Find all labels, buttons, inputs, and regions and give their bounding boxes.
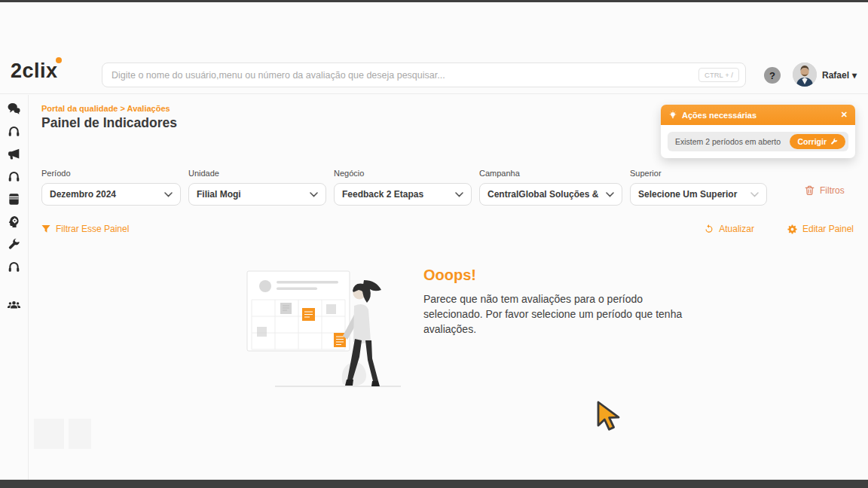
page-title: Painel de Indicadores — [41, 115, 177, 131]
empty-state-title: Ooops! — [423, 267, 683, 284]
user-name: Rafael — [822, 70, 849, 81]
actions-needed-title: Ações necessárias — [682, 111, 836, 120]
campanha-value: CentralGlobal Soluções & F — [487, 189, 601, 200]
open-periods-item: Existem 2 períodos em aberto Corrigir — [668, 132, 848, 151]
filter-unidade: Unidade Filial Mogi — [188, 169, 326, 206]
refresh-label: Atualizar — [719, 224, 754, 234]
logo-orange-dot — [56, 57, 62, 63]
filter-label: Unidade — [188, 169, 326, 178]
main-area: Portal da qualidade > Avaliações Painel … — [0, 95, 868, 480]
avatar[interactable] — [793, 63, 817, 87]
wrench-icon — [830, 138, 838, 145]
chevron-down-icon — [455, 192, 463, 197]
gear-icon — [787, 224, 797, 234]
filter-panel-label: Filtrar Esse Painel — [56, 224, 129, 234]
filter-label: Campanha — [479, 169, 622, 178]
empty-state: Ooops! Parece que não tem avaliações par… — [241, 265, 683, 393]
superior-select[interactable]: Selecione Um Superior — [630, 183, 767, 206]
avatar-image — [793, 63, 817, 87]
trash-icon — [805, 185, 815, 196]
empty-state-message: Parece que não tem avaliações para o per… — [423, 292, 683, 337]
help-button[interactable]: ? — [764, 67, 781, 84]
filters-row: Período Dezembro 2024 Unidade Filial Mog… — [41, 169, 845, 206]
filter-negocio: Negócio Feedback 2 Etapas — [334, 169, 472, 206]
close-icon[interactable]: ✕ — [841, 110, 848, 120]
headset-icon[interactable] — [8, 261, 20, 273]
filter-label: Negócio — [334, 169, 472, 178]
bottom-strip — [0, 480, 868, 488]
panel-actions-row: Filtrar Esse Painel Atualizar Editar Pai… — [41, 224, 854, 234]
unidade-select[interactable]: Filial Mogi — [188, 183, 326, 206]
app-header: 2clix CTRL + / ? Rafael ▾ — [0, 2, 868, 94]
search-input[interactable] — [112, 70, 698, 81]
chat-bubbles-icon[interactable] — [8, 102, 20, 115]
headset-icon[interactable] — [8, 170, 20, 183]
chevron-down-icon — [164, 192, 173, 197]
periodo-value: Dezembro 2024 — [50, 189, 116, 200]
filter-panel-button[interactable]: Filtrar Esse Painel — [41, 224, 129, 234]
empty-state-text: Ooops! Parece que não tem avaliações par… — [423, 265, 683, 393]
refresh-button[interactable]: Atualizar — [704, 224, 754, 234]
logo-text: 2clix — [11, 59, 58, 82]
content: Portal da qualidade > Avaliações Painel … — [29, 95, 868, 480]
global-search: CTRL + / — [102, 63, 746, 87]
filter-periodo: Período Dezembro 2024 — [41, 169, 181, 206]
edit-panel-button[interactable]: Editar Painel — [787, 224, 854, 234]
fix-button[interactable]: Corrigir — [790, 134, 845, 149]
megaphone-icon[interactable] — [8, 148, 20, 160]
headset-icon[interactable] — [8, 125, 20, 138]
background-mark — [34, 419, 64, 449]
edit-panel-label: Editar Painel — [802, 224, 854, 234]
book-icon[interactable] — [8, 193, 20, 206]
app-logo: 2clix — [11, 59, 58, 83]
sidebar — [0, 95, 29, 480]
campanha-select[interactable]: CentralGlobal Soluções & F — [479, 183, 622, 206]
chevron-down-icon — [310, 192, 318, 197]
panel-actions-right: Atualizar Editar Painel — [704, 224, 854, 234]
background-marks — [34, 419, 91, 449]
superior-value: Selecione Um Superior — [638, 189, 737, 200]
lightbulb-icon — [668, 111, 677, 120]
mouse-cursor — [596, 401, 625, 432]
chevron-down-icon — [606, 192, 614, 197]
periodo-select[interactable]: Dezembro 2024 — [41, 183, 181, 206]
user-menu[interactable]: Rafael ▾ — [822, 70, 857, 81]
breadcrumb[interactable]: Portal da qualidade > Avaliações — [41, 104, 170, 113]
funnel-icon — [41, 224, 50, 233]
clear-filters-label: Filtros — [820, 185, 845, 196]
no-data-illustration — [241, 265, 413, 393]
fix-button-label: Corrigir — [797, 137, 827, 146]
unidade-value: Filial Mogi — [197, 189, 241, 200]
people-group-icon[interactable] — [8, 298, 20, 311]
top-strip — [0, 0, 868, 2]
actions-needed-panel: Ações necessárias ✕ Existem 2 períodos e… — [661, 105, 855, 158]
actions-needed-body: Existem 2 períodos em aberto Corrigir — [661, 125, 855, 158]
question-mark-icon: ? — [769, 70, 775, 81]
wrench-icon[interactable] — [8, 238, 20, 251]
chevron-down-icon: ▾ — [852, 70, 857, 81]
open-periods-message: Existem 2 períodos em aberto — [675, 137, 781, 146]
head-gear-icon[interactable] — [8, 215, 20, 228]
actions-needed-header: Ações necessárias ✕ — [661, 105, 855, 125]
chevron-down-icon — [750, 192, 759, 197]
filter-campanha: Campanha CentralGlobal Soluções & F — [479, 169, 622, 206]
clear-filters-button[interactable]: Filtros — [805, 185, 845, 196]
search-shortcut-badge: CTRL + / — [698, 68, 739, 82]
refresh-icon — [704, 224, 714, 233]
negocio-value: Feedback 2 Etapas — [342, 189, 423, 200]
filter-superior: Superior Selecione Um Superior — [630, 169, 767, 206]
filter-label: Período — [41, 169, 181, 178]
background-mark — [69, 419, 91, 449]
negocio-select[interactable]: Feedback 2 Etapas — [334, 183, 472, 206]
filter-label: Superior — [630, 169, 767, 178]
